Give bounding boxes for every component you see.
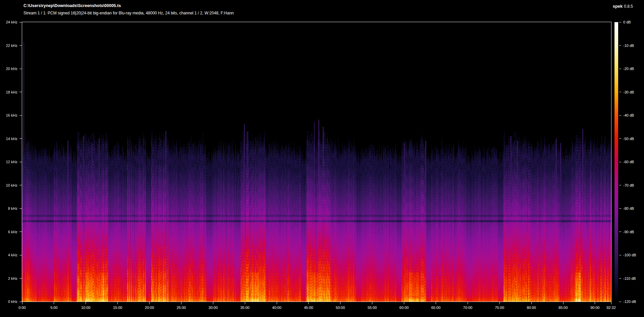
- db-tick: [619, 208, 621, 209]
- time-tick: [86, 302, 86, 304]
- time-tick: [372, 302, 372, 304]
- time-tick: [436, 302, 436, 304]
- freq-tick: [19, 115, 22, 116]
- time-tick-label: 40:00: [267, 306, 287, 310]
- freq-tick-label: 0 kHz: [1, 300, 17, 304]
- freq-tick-label: 16 kHz: [1, 113, 17, 117]
- time-tick: [499, 302, 500, 304]
- freq-tick-label: 8 kHz: [1, 206, 17, 210]
- db-tick-label: -10 dB: [623, 44, 634, 48]
- time-tick-label: 45:00: [299, 306, 319, 310]
- freq-tick-label: 22 kHz: [1, 44, 17, 48]
- time-tick: [308, 302, 309, 304]
- freq-tick-label: 4 kHz: [1, 253, 17, 257]
- db-tick-label: -80 dB: [623, 206, 634, 210]
- time-tick: [404, 302, 404, 304]
- time-tick: [595, 302, 595, 304]
- freq-tick-label: 2 kHz: [1, 276, 17, 280]
- freq-tick: [19, 278, 22, 278]
- db-tick-label: -50 dB: [623, 137, 634, 141]
- freq-tick: [19, 69, 22, 69]
- time-tick-label: 60:00: [394, 306, 414, 310]
- db-tick-label: -70 dB: [623, 183, 634, 187]
- time-tick: [468, 302, 468, 304]
- db-tick: [619, 185, 621, 185]
- freq-tick-label: 6 kHz: [1, 230, 17, 234]
- time-tick-label: 92:32: [601, 306, 621, 310]
- freq-tick: [19, 138, 22, 139]
- time-tick-label: 0:00: [12, 306, 32, 310]
- freq-tick: [19, 302, 22, 302]
- time-tick: [245, 302, 245, 304]
- time-tick-label: 85:00: [553, 306, 573, 310]
- app-version: 0.8.5: [624, 4, 633, 9]
- time-tick-label: 55:00: [362, 306, 382, 310]
- db-tick-label: -90 dB: [623, 230, 634, 234]
- db-tick: [619, 115, 621, 116]
- freq-tick-label: 24 kHz: [1, 20, 17, 24]
- db-tick: [619, 92, 621, 92]
- db-tick: [619, 232, 621, 232]
- time-tick: [563, 302, 564, 304]
- freq-tick-label: 20 kHz: [1, 67, 17, 71]
- db-tick: [619, 45, 621, 46]
- db-tick: [619, 138, 621, 139]
- freq-tick-label: 14 kHz: [1, 137, 17, 141]
- db-tick-label: -120 dB: [623, 300, 636, 304]
- freq-tick: [19, 185, 22, 185]
- db-tick: [619, 22, 621, 22]
- file-path-title: C:\Users\rynep\Downloads\Screenshots\000…: [23, 3, 121, 8]
- spectrogram-frame: [22, 22, 611, 302]
- stream-info-text: Stream 1 / 1: PCM signed 16|20|24-bit bi…: [23, 11, 234, 15]
- db-tick-label: -20 dB: [623, 67, 634, 71]
- time-tick: [531, 302, 532, 304]
- freq-tick: [19, 162, 22, 162]
- time-tick-label: 65:00: [426, 306, 446, 310]
- time-tick: [22, 302, 22, 304]
- freq-tick-label: 18 kHz: [1, 90, 17, 94]
- time-tick-label: 20:00: [140, 306, 160, 310]
- app-brand: spek0.8.5: [613, 4, 633, 9]
- db-tick-label: -40 dB: [623, 113, 634, 117]
- time-tick-label: 10:00: [76, 306, 96, 310]
- db-tick-label: -60 dB: [623, 160, 634, 164]
- time-tick: [181, 302, 181, 304]
- freq-tick: [19, 22, 22, 22]
- time-tick-label: 30:00: [203, 306, 223, 310]
- time-tick: [117, 302, 118, 304]
- time-tick-label: 50:00: [330, 306, 351, 310]
- spectrogram-canvas: [22, 22, 611, 302]
- freq-tick-label: 12 kHz: [1, 160, 17, 164]
- app-name: spek: [613, 4, 623, 9]
- time-tick: [340, 302, 340, 304]
- freq-tick: [19, 208, 22, 209]
- freq-tick: [19, 45, 22, 46]
- time-tick-label: 35:00: [235, 306, 255, 310]
- db-tick-label: -100 dB: [623, 253, 636, 257]
- freq-tick: [19, 232, 22, 232]
- time-tick: [54, 302, 54, 304]
- time-tick-label: 5:00: [44, 306, 64, 310]
- freq-tick: [19, 255, 22, 255]
- db-colorbar: [614, 22, 618, 302]
- db-tick: [619, 255, 621, 255]
- db-tick-label: 0 dB: [623, 20, 631, 24]
- db-tick: [619, 162, 621, 162]
- db-tick-label: -30 dB: [623, 90, 634, 94]
- time-tick-label: 80:00: [521, 306, 541, 310]
- time-tick-label: 25:00: [171, 306, 191, 310]
- time-tick: [213, 302, 213, 304]
- freq-tick: [19, 92, 22, 92]
- time-tick: [149, 302, 150, 304]
- db-tick: [619, 302, 621, 302]
- spek-window: C:\Users\rynep\Downloads\Screenshots\000…: [0, 0, 644, 317]
- time-tick-label: 15:00: [108, 306, 128, 310]
- time-tick: [277, 302, 277, 304]
- time-tick: [611, 302, 611, 304]
- db-tick: [619, 278, 621, 278]
- freq-tick-label: 10 kHz: [1, 183, 17, 187]
- db-tick-label: -110 dB: [623, 276, 636, 280]
- time-tick-label: 70:00: [458, 306, 478, 310]
- time-tick-label: 75:00: [489, 306, 509, 310]
- db-tick: [619, 69, 621, 69]
